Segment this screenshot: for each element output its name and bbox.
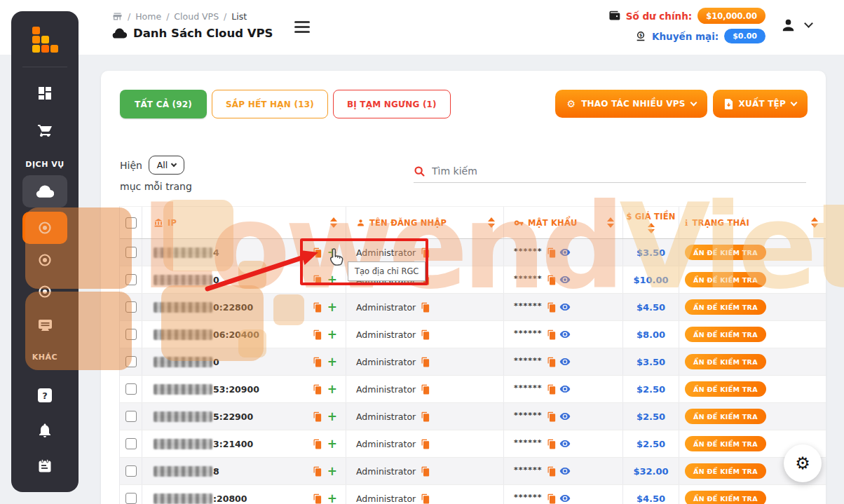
breadcrumb-cloud-vps[interactable]: Cloud VPS — [174, 11, 219, 22]
app-logo[interactable] — [11, 27, 79, 53]
create-rgc-button[interactable]: + — [327, 438, 337, 450]
show-password-icon[interactable] — [559, 465, 571, 477]
filter-suspended-button[interactable]: BỊ TẠM NGƯNG (1) — [333, 90, 451, 118]
sidebar-item-help[interactable]: ? — [11, 388, 79, 402]
copy-password-icon[interactable] — [546, 302, 557, 313]
copy-password-icon[interactable] — [546, 384, 557, 395]
sidebar-item-cart[interactable] — [11, 121, 79, 138]
status-badge[interactable]: ẨN ĐỂ KIỂM TRA — [685, 327, 766, 342]
sort-price-control[interactable] — [648, 223, 655, 233]
show-password-icon[interactable] — [559, 411, 571, 422]
account-menu[interactable] — [780, 17, 812, 33]
show-password-icon[interactable] — [559, 356, 571, 367]
copy-ip-icon[interactable] — [312, 411, 322, 422]
row-checkbox[interactable] — [125, 247, 137, 258]
select-all-checkbox[interactable] — [125, 217, 137, 229]
create-rgc-button[interactable]: + — [327, 329, 337, 341]
status-badge[interactable]: ẨN ĐỂ KIỂM TRA — [685, 299, 766, 315]
copy-username-icon[interactable] — [420, 357, 430, 367]
user-avatar-icon[interactable] — [780, 17, 796, 33]
row-checkbox[interactable] — [125, 383, 137, 395]
show-password-icon[interactable] — [559, 438, 571, 449]
sidebar-section-services: DỊCH VỤ — [11, 160, 79, 169]
table-row: 0 + Administrator ****** — [120, 348, 826, 376]
copy-password-icon[interactable] — [546, 466, 557, 477]
filter-expiring-button[interactable]: SẮP HẾT HẠN (13) — [212, 90, 328, 118]
status-badge[interactable]: ẨN ĐỂ KIỂM TRA — [685, 463, 766, 479]
sidebar-item-dashboard[interactable] — [11, 85, 79, 102]
show-password-icon[interactable] — [559, 247, 571, 258]
copy-password-icon[interactable] — [546, 411, 557, 422]
copy-ip-icon[interactable] — [312, 384, 322, 395]
copy-username-icon[interactable] — [420, 384, 430, 395]
sidebar-item-service-3[interactable] — [11, 283, 79, 300]
show-password-icon[interactable] — [559, 301, 571, 313]
row-checkbox[interactable] — [125, 274, 137, 285]
row-checkbox[interactable] — [125, 329, 137, 340]
status-badge[interactable]: ẨN ĐỂ KIỂM TRA — [685, 245, 766, 260]
sidebar-item-active-service[interactable] — [22, 212, 67, 244]
row-checkbox[interactable] — [125, 465, 137, 477]
sort-password-control[interactable] — [607, 217, 614, 228]
status-badge[interactable]: ẨN ĐỂ KIỂM TRA — [685, 381, 766, 397]
copy-ip-icon[interactable] — [312, 357, 322, 367]
row-checkbox[interactable] — [125, 356, 137, 367]
row-checkbox[interactable] — [125, 493, 137, 504]
sort-ip-control[interactable] — [330, 217, 337, 228]
row-checkbox[interactable] — [125, 411, 137, 422]
sidebar-item-calendar[interactable] — [11, 458, 79, 475]
show-password-icon[interactable] — [559, 274, 571, 285]
status-badge[interactable]: ẨN ĐỂ KIỂM TRA — [685, 436, 766, 451]
chevron-down-icon[interactable] — [804, 19, 813, 28]
sidebar-item-notifications[interactable] — [11, 422, 79, 439]
chat-board-icon — [36, 317, 54, 334]
create-rgc-button[interactable]: + — [327, 356, 337, 368]
copy-ip-icon[interactable] — [312, 302, 322, 313]
sidebar-item-service-2[interactable] — [11, 252, 79, 268]
page-size-select[interactable]: All — [149, 156, 184, 175]
create-rgc-button[interactable]: + — [327, 493, 337, 504]
copy-username-icon[interactable] — [420, 329, 430, 340]
copy-password-icon[interactable] — [546, 493, 557, 504]
breadcrumb-list: List — [231, 11, 247, 22]
copy-username-icon[interactable] — [420, 302, 430, 313]
menu-toggle-icon[interactable] — [294, 21, 310, 33]
export-file-button[interactable]: XUẤT TỆP — [713, 90, 808, 118]
breadcrumb-home[interactable]: Home — [135, 11, 161, 22]
search-input[interactable] — [432, 165, 806, 177]
copy-ip-icon[interactable] — [312, 439, 322, 449]
copy-username-icon[interactable] — [420, 411, 430, 422]
copy-password-icon[interactable] — [546, 247, 557, 258]
filter-all-button[interactable]: TẤT CẢ (92) — [120, 90, 207, 118]
row-checkbox[interactable] — [125, 438, 137, 449]
copy-password-icon[interactable] — [546, 439, 557, 449]
copy-ip-icon[interactable] — [312, 466, 322, 477]
main-balance-row: Số dư chính: $10,000.00 — [608, 7, 765, 25]
copy-ip-icon[interactable] — [312, 329, 322, 340]
row-checkbox[interactable] — [125, 301, 137, 313]
copy-username-icon[interactable] — [420, 493, 430, 504]
status-badge[interactable]: ẨN ĐỂ KIỂM TRA — [685, 491, 766, 504]
create-rgc-button[interactable]: + — [327, 465, 337, 477]
sort-status-control[interactable] — [811, 217, 818, 228]
copy-username-icon[interactable] — [420, 466, 430, 477]
status-badge[interactable]: ẨN ĐỂ KIỂM TRA — [685, 409, 766, 424]
status-badge[interactable]: ẨN ĐỂ KIỂM TRA — [685, 354, 766, 369]
show-password-icon[interactable] — [559, 493, 571, 504]
copy-username-icon[interactable] — [420, 439, 430, 449]
copy-ip-icon[interactable] — [312, 493, 322, 504]
create-rgc-button[interactable]: + — [327, 301, 337, 313]
create-rgc-button[interactable]: + — [327, 383, 337, 395]
create-rgc-button[interactable]: + — [327, 411, 337, 423]
settings-fab-button[interactable]: ⚙ — [784, 444, 822, 482]
copy-password-icon[interactable] — [546, 357, 557, 367]
copy-password-icon[interactable] — [546, 329, 557, 340]
sidebar-item-cloud-vps[interactable] — [22, 175, 67, 207]
show-password-icon[interactable] — [559, 329, 571, 340]
sidebar-item-messages[interactable] — [11, 317, 79, 334]
sort-username-control[interactable] — [488, 217, 495, 228]
copy-password-icon[interactable] — [546, 275, 557, 285]
status-badge[interactable]: ẨN ĐỂ KIỂM TRA — [685, 272, 766, 287]
show-password-icon[interactable] — [559, 383, 571, 395]
bulk-actions-button[interactable]: ⚙ THAO TÁC NHIỀU VPS — [555, 90, 707, 118]
